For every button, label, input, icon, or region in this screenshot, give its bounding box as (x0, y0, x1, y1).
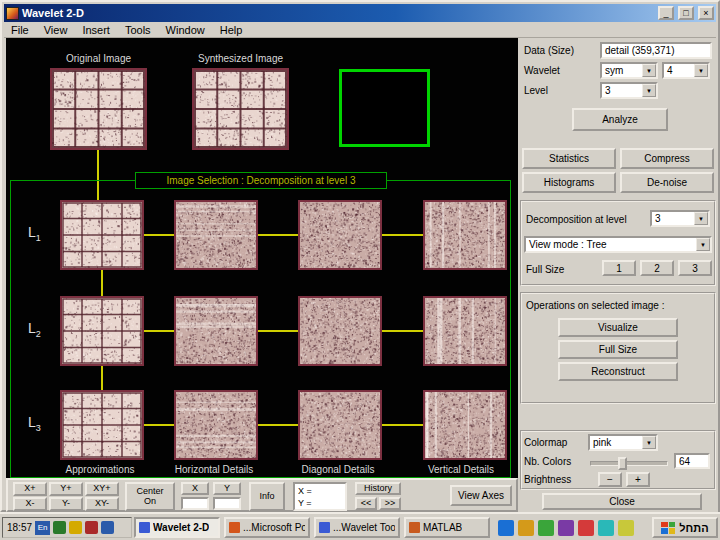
l1-vertical-detail-canvas[interactable] (425, 202, 505, 268)
thumb-l1-approximation[interactable] (60, 200, 144, 270)
chevron-down-icon[interactable]: ▼ (694, 212, 708, 225)
reconstruct-button[interactable]: Reconstruct (558, 362, 678, 381)
zoom-y-minus-button[interactable]: Y- (49, 497, 83, 511)
l1-approximation-canvas[interactable] (62, 202, 142, 268)
history-button[interactable]: History (355, 482, 401, 495)
l1-diagonal-detail-canvas[interactable] (300, 202, 380, 268)
thumb-l2-approximation[interactable] (60, 296, 144, 366)
thumb-l2-horizontal-detail[interactable] (174, 296, 258, 366)
l2-approximation-canvas[interactable] (62, 298, 142, 364)
zoom-xy-minus-button[interactable]: XY- (85, 497, 119, 511)
quicklaunch-icon-4[interactable] (558, 520, 574, 536)
chevron-down-icon[interactable]: ▼ (642, 84, 656, 97)
taskbar-task-wavelet-2d[interactable]: Wavelet 2-D (134, 517, 220, 538)
menu-tools[interactable]: Tools (125, 24, 151, 36)
visualize-button[interactable]: Visualize (558, 318, 678, 337)
zoom-x-plus-button[interactable]: X+ (13, 482, 47, 496)
thumb-l3-horizontal-detail[interactable] (174, 390, 258, 460)
selected-image-box[interactable] (339, 69, 430, 147)
zoom-x-minus-button[interactable]: X- (13, 497, 47, 511)
thumb-l3-diagonal-detail[interactable] (298, 390, 382, 460)
full-size-option-1[interactable]: 1 (602, 260, 636, 276)
center-y-input[interactable] (213, 497, 241, 510)
thumb-synthesized-image[interactable] (192, 68, 289, 150)
quicklaunch-icon-7[interactable] (618, 520, 634, 536)
language-indicator[interactable]: En (35, 521, 50, 535)
thumb-original-image[interactable] (50, 68, 147, 150)
display-tray-icon[interactable] (85, 521, 98, 534)
close-button[interactable]: Close (542, 493, 702, 510)
quicklaunch-icon-6[interactable] (598, 520, 614, 536)
full-size-option-2[interactable]: 2 (640, 260, 674, 276)
quicklaunch-icon-3[interactable] (538, 520, 554, 536)
quicklaunch-icon-1[interactable] (498, 520, 514, 536)
menu-file[interactable]: File (11, 24, 29, 36)
quicklaunch-icon-2[interactable] (518, 520, 534, 536)
chevron-down-icon[interactable]: ▼ (696, 238, 710, 251)
l3-diagonal-detail-canvas[interactable] (300, 392, 380, 458)
nb-colors-slider-thumb[interactable] (618, 457, 627, 470)
full-size-option-3[interactable]: 3 (678, 260, 712, 276)
colormap-select[interactable]: pink▼ (588, 434, 658, 451)
statistics-button[interactable]: Statistics (522, 148, 616, 169)
chevron-down-icon[interactable]: ▼ (642, 64, 656, 77)
chevron-down-icon[interactable]: ▼ (694, 64, 708, 77)
wavelet-order-select[interactable]: 4▼ (662, 62, 710, 79)
start-button[interactable]: התחל (652, 517, 718, 538)
taskbar-task-powerpoint[interactable]: ...Microsoft Po (224, 517, 310, 538)
compress-button[interactable]: Compress (620, 148, 714, 169)
level-1-label: L1 (28, 224, 41, 243)
thumb-l2-vertical-detail[interactable] (423, 296, 507, 366)
l1-horizontal-detail-canvas[interactable] (176, 202, 256, 268)
thumb-l1-vertical-detail[interactable] (423, 200, 507, 270)
synthesized-image-canvas[interactable] (194, 70, 287, 148)
wavelet-family-select[interactable]: sym▼ (600, 62, 658, 79)
history-forward-button[interactable]: >> (379, 497, 401, 510)
menu-view[interactable]: View (44, 24, 68, 36)
menu-window[interactable]: Window (166, 24, 205, 36)
original-image-canvas[interactable] (52, 70, 145, 148)
thumb-l3-vertical-detail[interactable] (423, 390, 507, 460)
l3-vertical-detail-canvas[interactable] (425, 392, 505, 458)
minimize-button[interactable]: _ (658, 6, 674, 20)
volume-tray-icon[interactable] (69, 521, 82, 534)
taskbar-task-wavelet-toolbox[interactable]: ...Wavelet Too (314, 517, 400, 538)
thumb-l2-diagonal-detail[interactable] (298, 296, 382, 366)
title-bar[interactable]: Wavelet 2-D _ □ × (4, 4, 716, 22)
info-button[interactable]: Info (249, 482, 285, 511)
chevron-down-icon[interactable]: ▼ (642, 436, 656, 449)
nb-colors-input[interactable]: 64 (674, 453, 710, 469)
close-icon[interactable]: × (698, 6, 714, 20)
maximize-button[interactable]: □ (678, 6, 694, 20)
menu-help[interactable]: Help (220, 24, 243, 36)
thumb-l1-diagonal-detail[interactable] (298, 200, 382, 270)
denoise-button[interactable]: De-noise (620, 172, 714, 193)
level-select[interactable]: 3▼ (600, 82, 658, 99)
center-on-button[interactable]: Center On (125, 482, 175, 511)
l3-approximation-canvas[interactable] (62, 392, 142, 458)
center-x-input[interactable] (181, 497, 209, 510)
menu-insert[interactable]: Insert (82, 24, 110, 36)
l2-diagonal-detail-canvas[interactable] (300, 298, 380, 364)
brightness-decrease-button[interactable]: − (598, 472, 622, 487)
full-size-button[interactable]: Full Size (558, 340, 678, 359)
view-axes-button[interactable]: View Axes (450, 485, 512, 506)
l3-horizontal-detail-canvas[interactable] (176, 392, 256, 458)
zoom-xy-plus-button[interactable]: XY+ (85, 482, 119, 496)
histograms-button[interactable]: Histograms (522, 172, 616, 193)
history-back-button[interactable]: << (355, 497, 377, 510)
thumb-l3-approximation[interactable] (60, 390, 144, 460)
brightness-increase-button[interactable]: + (626, 472, 650, 487)
network-tray-icon[interactable] (101, 521, 114, 534)
antivirus-tray-icon[interactable] (53, 521, 66, 534)
view-mode-select[interactable]: View mode : Tree▼ (524, 236, 712, 253)
l2-horizontal-detail-canvas[interactable] (176, 298, 256, 364)
decomposition-level-select[interactable]: 3▼ (650, 210, 710, 227)
l2-vertical-detail-canvas[interactable] (425, 298, 505, 364)
zoom-y-plus-button[interactable]: Y+ (49, 482, 83, 496)
analyze-button[interactable]: Analyze (572, 108, 668, 131)
taskbar-task-matlab[interactable]: MATLAB (404, 517, 490, 538)
quicklaunch-icon-5[interactable] (578, 520, 594, 536)
nb-colors-slider[interactable] (590, 461, 668, 466)
thumb-l1-horizontal-detail[interactable] (174, 200, 258, 270)
